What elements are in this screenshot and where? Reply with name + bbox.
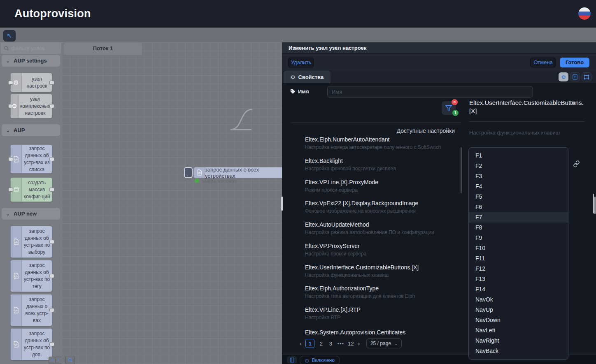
option-f7[interactable]: F7 <box>469 212 568 223</box>
docs-button[interactable] <box>287 356 297 364</box>
pointer-mode-button[interactable]: ↖ <box>3 30 16 42</box>
palette-node-complex-settings[interactable]: ⚙ узел комплексных настроек <box>10 94 52 118</box>
remove-setting-button[interactable]: ✕ <box>571 100 576 106</box>
node-enabled-toggle[interactable]: ○ Включено <box>300 356 340 364</box>
option-navup[interactable]: NavUp <box>469 305 568 315</box>
selected-setting-title: Eltex.UserInterface.CustomizableButtons.… <box>469 99 573 115</box>
palette-node-request-by-choice[interactable]: запрос данных об устр-вах по выбору <box>10 226 52 258</box>
palette-node-settings[interactable]: ⚙ узел настроек <box>10 73 52 92</box>
collapse-all-categories-button[interactable]: « <box>49 357 56 364</box>
option-f3[interactable]: F3 <box>469 171 568 181</box>
setting-item[interactable]: Eltex.VP.Line.[X].RTP Настройка RTP <box>305 306 457 320</box>
filter-clear-badge[interactable]: ✕ <box>452 99 458 105</box>
option-f1[interactable]: F1 <box>469 151 568 161</box>
page-2-button[interactable]: 2 <box>318 341 324 347</box>
option-f5[interactable]: F5 <box>469 192 568 202</box>
cancel-button[interactable]: Отмена <box>530 58 556 67</box>
node-status-text: status.success <box>202 178 237 184</box>
option-navdown[interactable]: NavDown <box>469 315 568 325</box>
option-f8[interactable]: F8 <box>469 223 568 233</box>
setting-name: Eltex.VP.Line.[X].RTP <box>305 306 457 313</box>
setting-name: Eltex.Elph.AuthorizationType <box>305 285 457 292</box>
category-label: AUP new <box>14 211 37 217</box>
delete-button[interactable]: Удалить <box>288 58 314 67</box>
panel-splitter-handle[interactable] <box>281 197 283 211</box>
appearance-view-button[interactable] <box>582 72 591 81</box>
setting-item[interactable]: Eltex.AutoUpdateMethod Настройка режима … <box>305 221 457 235</box>
page-size-select[interactable]: 25 / page ⌄ <box>366 338 402 348</box>
output-port[interactable] <box>49 81 54 85</box>
setting-name: Eltex.Backlight <box>305 158 457 164</box>
palette-node-request-by-extra[interactable]: запрос данных об устр-вах по доп. <box>10 328 52 360</box>
option-f2[interactable]: F2 <box>469 161 568 171</box>
output-port[interactable] <box>49 104 54 108</box>
page-prev-button[interactable]: ‹ <box>299 340 302 348</box>
book-icon <box>289 357 295 363</box>
description-view-button[interactable] <box>570 72 580 81</box>
option-f11[interactable]: F11 <box>469 253 568 264</box>
link-icon[interactable] <box>573 160 580 167</box>
language-flag-icon[interactable] <box>578 7 591 20</box>
option-navleft[interactable]: NavLeft <box>469 325 568 336</box>
palette-filter[interactable]: фильтр узлов <box>1 42 61 54</box>
panel-scrollbar-outer[interactable] <box>594 197 596 214</box>
output-port[interactable] <box>49 240 54 244</box>
option-f13[interactable]: F13 <box>469 274 568 284</box>
app-header: Autoprovision <box>0 0 596 28</box>
inject-button[interactable] <box>184 167 193 178</box>
palette-node-request-list[interactable]: запрос данных об устр-вах из списка <box>10 144 52 174</box>
option-f12[interactable]: F12 <box>469 264 568 274</box>
output-port[interactable] <box>49 188 54 192</box>
palette-category-aup-settings[interactable]: ⌄ AUP settings <box>2 55 60 67</box>
setting-item[interactable]: Eltex.VpExt22.[X].Display.BackgroundImag… <box>305 200 457 214</box>
flow-node-label: запрос данных о всех устройствах <box>205 167 288 178</box>
file-code-icon <box>13 273 19 279</box>
page-next-button[interactable]: › <box>358 340 360 348</box>
option-f9[interactable]: F9 <box>469 233 568 243</box>
flow-node-request-all-devices[interactable]: запрос данных о всех устройствах <box>193 167 288 178</box>
properties-view-button[interactable]: ⚙ <box>559 72 568 81</box>
input-port[interactable] <box>8 157 13 161</box>
edit-node-panel: Изменить узел узел настроек Удалить Отме… <box>282 42 596 364</box>
setting-item[interactable]: Eltex.VP.ProxyServer Настройка прокси се… <box>305 243 457 257</box>
palette-node-request-by-tag[interactable]: запрос данных об устр-вах по тегу <box>10 260 52 292</box>
output-port[interactable] <box>49 308 54 312</box>
setting-item[interactable]: Eltex.UserInterface.CustomizableButtons.… <box>305 264 457 278</box>
option-f4[interactable]: F4 <box>469 181 568 192</box>
palette-category-aup-new[interactable]: ⌄ AUP new <box>2 208 60 220</box>
page-last-button[interactable]: 12 <box>348 341 354 347</box>
input-port[interactable] <box>8 104 13 108</box>
input-port[interactable] <box>8 188 13 192</box>
settings-list-scrollbar[interactable] <box>461 147 462 193</box>
option-f14[interactable]: F14 <box>469 284 568 294</box>
setting-item[interactable]: Eltex.Backlight Настройка фоновой подсве… <box>305 158 457 172</box>
input-port[interactable] <box>8 81 13 85</box>
setting-item[interactable]: Eltex.VP.Line.[X].ProxyMode Режим прокси… <box>305 179 457 193</box>
setting-item[interactable]: Eltex.Elph.AuthorizationType Настройка т… <box>305 285 457 299</box>
tab-properties[interactable]: ⚙ Свойства <box>284 71 331 83</box>
setting-item[interactable]: Eltex.Elph.NumberAutoAttendant Настройка… <box>305 136 457 150</box>
output-port[interactable] <box>49 274 54 278</box>
palette-category-aup[interactable]: ⌄ AUP <box>2 124 60 136</box>
page-1-button[interactable]: 1 <box>305 339 314 348</box>
setting-item[interactable]: Eltex.System.Autoprovision.Certificates <box>305 329 457 336</box>
output-port[interactable] <box>49 157 54 161</box>
palette-node-request-all[interactable]: запрос данных о всех устр-вах <box>10 294 52 326</box>
available-settings-header: Доступные настройки <box>291 128 455 134</box>
tag-icon <box>290 89 296 94</box>
option-f6[interactable]: F6 <box>469 202 568 212</box>
name-input[interactable] <box>327 86 533 97</box>
detail-scrollbar[interactable] <box>593 194 594 213</box>
palette-node-create-config-array[interactable]: создать массив конфиг-ций <box>10 177 52 202</box>
done-button[interactable]: Готово <box>560 58 589 67</box>
option-navright[interactable]: NavRight <box>469 336 568 346</box>
page-3-button[interactable]: 3 <box>328 341 333 347</box>
option-navok[interactable]: NavOk <box>469 294 568 305</box>
canvas-zoom-button[interactable] <box>65 356 75 364</box>
filter-count-badge: 1 <box>452 110 459 116</box>
page-jump-button[interactable]: ••• <box>337 341 344 347</box>
expand-all-categories-button[interactable]: « <box>55 357 62 364</box>
option-navback[interactable]: NavBack <box>469 346 568 356</box>
output-port[interactable] <box>49 342 54 346</box>
option-f10[interactable]: F10 <box>469 243 568 253</box>
